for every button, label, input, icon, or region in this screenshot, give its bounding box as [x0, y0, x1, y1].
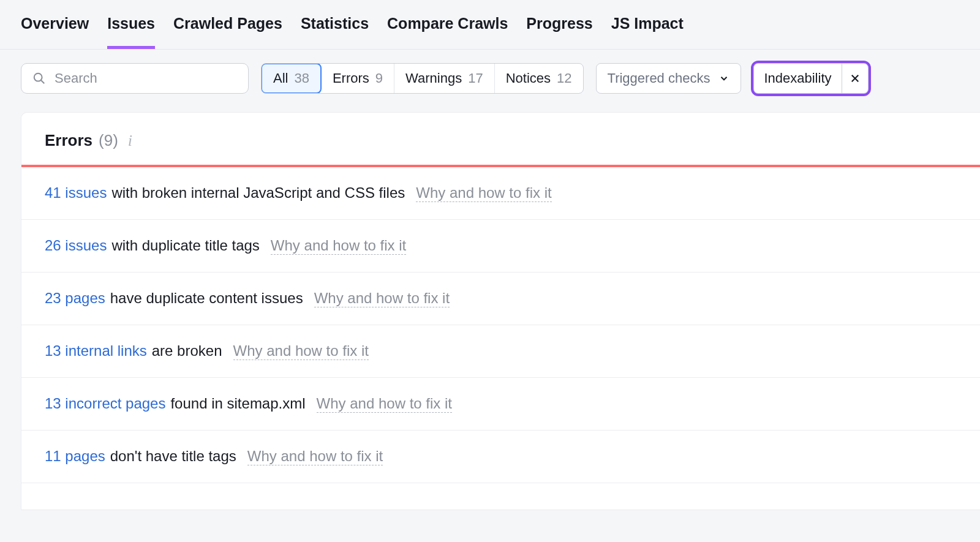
- panel-header: Errors (9) i: [21, 113, 980, 165]
- svg-point-0: [34, 73, 42, 81]
- issue-link[interactable]: 11 pages: [45, 448, 105, 465]
- filter-errors[interactable]: Errors 9: [322, 64, 394, 93]
- tabs-nav: Overview Issues Crawled Pages Statistics…: [0, 0, 980, 50]
- issue-row: 13 incorrect pages found in sitemap.xml …: [21, 378, 980, 431]
- filter-notices-label: Notices: [506, 70, 551, 86]
- chip-label: Indexability: [754, 64, 842, 93]
- filter-errors-label: Errors: [333, 70, 369, 86]
- filter-warnings-label: Warnings: [405, 70, 462, 86]
- filters-row: All 38 Errors 9 Warnings 17 Notices 12 T…: [0, 50, 980, 107]
- issue-row: 26 issues with duplicate title tags Why …: [21, 220, 980, 273]
- fix-link[interactable]: Why and how to fix it: [247, 448, 383, 465]
- fix-link[interactable]: Why and how to fix it: [317, 395, 452, 413]
- tab-overview[interactable]: Overview: [21, 15, 89, 49]
- tab-statistics[interactable]: Statistics: [301, 15, 369, 49]
- issue-row: 11 pages don't have title tags Why and h…: [21, 431, 980, 483]
- issue-row: 13 internal links are broken Why and how…: [21, 325, 980, 378]
- info-icon[interactable]: i: [128, 132, 132, 150]
- tab-crawled-pages[interactable]: Crawled Pages: [173, 15, 282, 49]
- close-icon: [850, 73, 861, 84]
- issue-link[interactable]: 41 issues: [45, 184, 107, 201]
- issue-text: don't have title tags: [110, 448, 236, 465]
- filter-all-label: All: [273, 70, 288, 86]
- fix-link[interactable]: Why and how to fix it: [271, 237, 406, 255]
- issue-text: with duplicate title tags: [111, 237, 259, 254]
- filter-all-count: 38: [294, 70, 309, 86]
- filter-notices[interactable]: Notices 12: [495, 64, 583, 93]
- fix-link[interactable]: Why and how to fix it: [233, 342, 369, 360]
- search-input[interactable]: [55, 70, 237, 86]
- issue-link[interactable]: 23 pages: [45, 290, 105, 307]
- issue-link[interactable]: 26 issues: [45, 237, 107, 254]
- issue-row: 23 pages have duplicate content issues W…: [21, 273, 980, 325]
- issue-link[interactable]: 13 internal links: [45, 342, 147, 359]
- issue-text: found in sitemap.xml: [170, 395, 305, 412]
- triggered-checks-dropdown[interactable]: Triggered checks: [596, 63, 742, 94]
- search-icon: [32, 72, 46, 85]
- fix-link[interactable]: Why and how to fix it: [416, 184, 551, 202]
- filter-errors-count: 9: [375, 70, 383, 86]
- fix-link[interactable]: Why and how to fix it: [314, 290, 450, 307]
- filter-warnings[interactable]: Warnings 17: [394, 64, 495, 93]
- svg-line-1: [41, 80, 44, 83]
- indexability-chip[interactable]: Indexability: [753, 63, 868, 94]
- filter-notices-count: 12: [557, 70, 571, 86]
- chevron-down-icon: [718, 73, 729, 84]
- issue-text: with broken internal JavaScript and CSS …: [111, 184, 405, 201]
- search-box[interactable]: [21, 63, 249, 94]
- tab-compare-crawls[interactable]: Compare Crawls: [387, 15, 508, 49]
- tab-progress[interactable]: Progress: [526, 15, 592, 49]
- tab-issues[interactable]: Issues: [107, 15, 155, 49]
- panel-title: Errors: [45, 131, 92, 150]
- errors-panel: Errors (9) i 41 issues with broken inter…: [21, 112, 980, 510]
- filter-warnings-count: 17: [468, 70, 483, 86]
- chip-remove[interactable]: [842, 64, 868, 93]
- issue-type-filter: All 38 Errors 9 Warnings 17 Notices 12: [261, 63, 584, 94]
- issue-text: are broken: [152, 342, 222, 359]
- tab-js-impact[interactable]: JS Impact: [611, 15, 684, 49]
- issue-row: 41 issues with broken internal JavaScrip…: [21, 167, 980, 220]
- issue-link[interactable]: 13 incorrect pages: [45, 395, 165, 412]
- issue-text: have duplicate content issues: [110, 290, 303, 307]
- panel-count: (9): [99, 131, 118, 150]
- dropdown-label: Triggered checks: [608, 70, 710, 86]
- filter-all[interactable]: All 38: [261, 63, 322, 94]
